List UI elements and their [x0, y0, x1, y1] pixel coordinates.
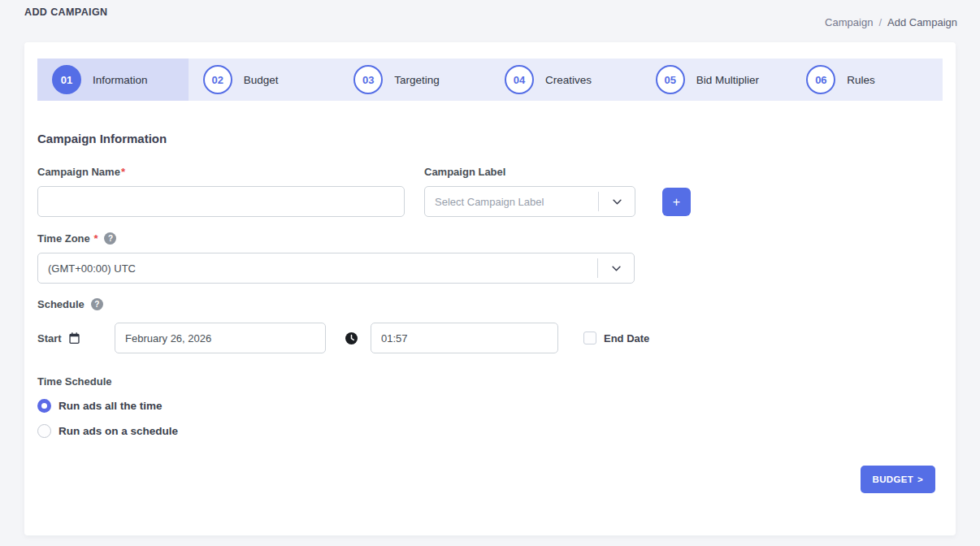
schedule-help-icon[interactable]: ?	[91, 298, 103, 310]
end-date-label: End Date	[604, 332, 649, 344]
time-schedule-label: Time Schedule	[37, 375, 943, 388]
step-item-budget[interactable]: 02 Budget	[189, 58, 340, 101]
radio-option-run-on-schedule[interactable]: Run ads on a schedule	[37, 424, 943, 438]
step-label: Bid Multiplier	[696, 74, 759, 86]
page-title: ADD CAMPAIGN	[24, 6, 107, 18]
timezone-help-icon[interactable]: ?	[104, 232, 116, 245]
step-label: Creatives	[545, 74, 592, 86]
required-asterisk: *	[93, 232, 98, 245]
breadcrumb-current: Add Campaign	[887, 16, 957, 28]
calendar-icon	[69, 332, 80, 344]
step-label: Budget	[244, 74, 279, 86]
step-item-bid-multiplier[interactable]: 05 Bid Multiplier	[641, 58, 792, 101]
step-number-badge: 01	[52, 65, 81, 94]
step-number-badge: 04	[505, 65, 534, 94]
schedule-label: Schedule	[37, 298, 85, 310]
page-header: ADD CAMPAIGN Campaign / Add Campaign	[0, 0, 980, 29]
breadcrumb: Campaign / Add Campaign	[825, 16, 957, 28]
chevron-right-icon: >	[917, 474, 923, 484]
step-number-badge: 05	[656, 65, 685, 94]
step-number-badge: 03	[353, 65, 383, 94]
clock-icon	[345, 332, 358, 344]
breadcrumb-link-campaign[interactable]: Campaign	[825, 16, 873, 28]
budget-next-button-label: BUDGET	[873, 474, 913, 484]
start-time-input[interactable]	[371, 323, 558, 353]
step-item-rules[interactable]: 06 Rules	[791, 58, 943, 101]
timezone-label: Time Zone *	[37, 232, 98, 245]
radio-option-run-all-the-time[interactable]: Run ads all the time	[37, 399, 943, 413]
step-item-targeting[interactable]: 03 Targeting	[339, 58, 490, 101]
budget-next-button[interactable]: BUDGET >	[861, 466, 935, 493]
step-label: Targeting	[394, 74, 440, 86]
required-asterisk: *	[121, 166, 125, 178]
step-number-badge: 02	[203, 65, 232, 94]
chevron-down-icon	[599, 199, 635, 205]
radio-button-unchecked[interactable]	[37, 424, 51, 438]
campaign-name-label: Campaign Name*	[37, 166, 405, 178]
timezone-select[interactable]: (GMT+00:00) UTC	[37, 253, 635, 284]
radio-label: Run ads on a schedule	[59, 425, 178, 437]
step-label: Information	[93, 74, 148, 86]
campaign-label-label: Campaign Label	[424, 166, 635, 178]
radio-label: Run ads all the time	[59, 400, 163, 412]
step-number-badge: 06	[806, 65, 835, 94]
timezone-select-value: (GMT+00:00) UTC	[38, 262, 597, 275]
breadcrumb-separator: /	[878, 16, 882, 28]
campaign-name-input[interactable]	[37, 186, 405, 217]
step-label: Rules	[847, 74, 875, 86]
step-item-creatives[interactable]: 04 Creatives	[490, 58, 641, 101]
campaign-label-select[interactable]: Select Campaign Label	[424, 186, 635, 217]
campaign-label-select-value: Select Campaign Label	[425, 196, 598, 208]
section-title: Campaign Information	[37, 132, 943, 145]
start-label: Start	[37, 332, 62, 344]
add-campaign-label-button[interactable]: +	[662, 188, 691, 216]
radio-button-checked[interactable]	[37, 399, 51, 413]
end-date-checkbox[interactable]	[583, 332, 596, 344]
start-date-input[interactable]	[115, 323, 326, 353]
step-item-information[interactable]: 01 Information	[37, 58, 189, 101]
add-campaign-card: 01 Information 02 Budget 03 Targeting 04…	[24, 42, 956, 535]
wizard-steps: 01 Information 02 Budget 03 Targeting 04…	[37, 58, 943, 101]
chevron-down-icon	[598, 266, 634, 271]
